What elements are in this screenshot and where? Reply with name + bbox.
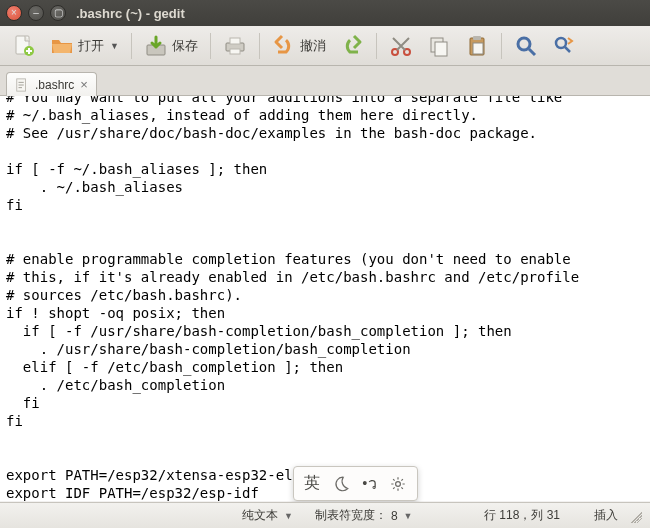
punctuation-icon[interactable]: •ว: [362, 471, 377, 496]
printer-icon: [223, 34, 247, 58]
resize-grip[interactable]: [628, 509, 642, 523]
toolbar-separator: [210, 33, 211, 59]
tabwidth-value[interactable]: 8: [391, 509, 398, 523]
insert-mode[interactable]: 插入: [594, 507, 618, 524]
folder-open-icon: [50, 34, 74, 58]
undo-icon: [272, 34, 296, 58]
find-replace-icon: [552, 34, 576, 58]
paste-icon: [465, 34, 489, 58]
save-button[interactable]: 保存: [138, 31, 204, 61]
redo-button[interactable]: [334, 31, 370, 61]
toolbar-separator: [259, 33, 260, 59]
find-replace-button[interactable]: [546, 31, 582, 61]
save-label: 保存: [172, 37, 198, 55]
ime-language[interactable]: 英: [304, 473, 320, 494]
new-file-button[interactable]: [6, 31, 42, 61]
text-file-icon: [15, 78, 29, 92]
chevron-down-icon[interactable]: ▼: [284, 511, 293, 521]
scissors-icon: [389, 34, 413, 58]
svg-point-14: [556, 38, 566, 48]
syntax-mode[interactable]: 纯文本: [242, 507, 278, 524]
copy-button[interactable]: [421, 31, 457, 61]
search-icon: [514, 34, 538, 58]
chevron-down-icon[interactable]: ▼: [404, 511, 413, 521]
status-bar: 纯文本 ▼ 制表符宽度： 8 ▼ 行 118，列 31 插入: [0, 502, 650, 528]
new-file-icon: [12, 34, 36, 58]
undo-label: 撤消: [300, 37, 326, 55]
svg-rect-4: [230, 38, 240, 44]
save-icon: [144, 34, 168, 58]
find-button[interactable]: [508, 31, 544, 61]
ime-toolbar[interactable]: 英 •ว: [293, 466, 418, 501]
svg-rect-5: [230, 49, 240, 54]
window-close-button[interactable]: ×: [6, 5, 22, 21]
svg-point-16: [395, 481, 400, 486]
window-maximize-button[interactable]: ▢: [50, 5, 66, 21]
open-label: 打开: [78, 37, 104, 55]
tab-close-button[interactable]: ×: [80, 77, 88, 92]
window-title: .bashrc (~) - gedit: [76, 6, 185, 21]
editor-content[interactable]: # You may want to put all your additions…: [0, 96, 650, 501]
tab-bashrc[interactable]: .bashrc ×: [6, 72, 97, 96]
toolbar-separator: [376, 33, 377, 59]
svg-rect-9: [435, 42, 447, 56]
tabwidth-label: 制表符宽度：: [315, 507, 387, 524]
copy-icon: [427, 34, 451, 58]
editor-area[interactable]: # You may want to put all your additions…: [0, 96, 650, 501]
svg-rect-12: [473, 43, 483, 54]
redo-icon: [340, 34, 364, 58]
main-toolbar: 打开 ▼ 保存 撤消: [0, 26, 650, 66]
line-column-indicator: 行 118，列 31: [484, 507, 560, 524]
toolbar-separator: [131, 33, 132, 59]
window-titlebar: × – ▢ .bashrc (~) - gedit: [0, 0, 650, 26]
undo-button[interactable]: 撤消: [266, 31, 332, 61]
open-button[interactable]: 打开 ▼: [44, 31, 125, 61]
window-minimize-button[interactable]: –: [28, 5, 44, 21]
moon-icon[interactable]: [332, 475, 350, 493]
svg-point-13: [518, 38, 530, 50]
ime-settings-icon[interactable]: [389, 475, 407, 493]
toolbar-separator: [501, 33, 502, 59]
open-dropdown-arrow[interactable]: ▼: [110, 41, 119, 51]
tab-label: .bashrc: [35, 78, 74, 92]
document-tabbar: .bashrc ×: [0, 66, 650, 96]
svg-rect-11: [473, 36, 481, 40]
print-button[interactable]: [217, 31, 253, 61]
cut-button[interactable]: [383, 31, 419, 61]
paste-button[interactable]: [459, 31, 495, 61]
